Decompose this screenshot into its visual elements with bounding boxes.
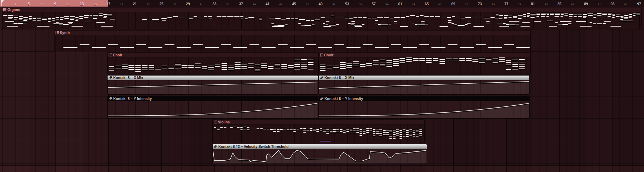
note-preview	[467, 23, 471, 24]
clip-body[interactable]	[213, 149, 427, 163]
note-preview	[29, 16, 32, 17]
automation-curve[interactable]	[108, 101, 318, 118]
note-preview	[419, 129, 422, 130]
note-preview	[14, 16, 18, 16]
note-preview	[393, 130, 396, 131]
note-preview	[366, 63, 372, 64]
note-preview	[413, 60, 419, 61]
automation-clip-5[interactable]: Kontakt 8 – X Mix	[318, 75, 530, 95]
note-preview	[415, 24, 418, 25]
note-preview	[109, 68, 114, 68]
note-preview	[63, 24, 69, 25]
automation-clip-7[interactable]: Kontakt 8 – Y Intensity	[318, 96, 530, 118]
automation-curve[interactable]	[108, 80, 318, 94]
note-preview	[277, 131, 280, 132]
note-preview	[278, 44, 288, 45]
note-preview	[413, 130, 415, 131]
clip-body[interactable]	[319, 57, 530, 74]
note-preview	[396, 133, 399, 134]
note-preview	[304, 25, 311, 26]
clip-header[interactable]: Synth	[54, 30, 530, 35]
note-preview	[386, 131, 389, 131]
note-preview	[419, 135, 422, 136]
clip-header[interactable]: Kontakt 8 – X Mix	[108, 76, 318, 80]
pattern-clip-8[interactable]: Violins	[212, 120, 425, 143]
note-preview	[554, 16, 559, 17]
note-preview	[323, 26, 331, 27]
note-preview	[353, 131, 356, 131]
pattern-clip-0[interactable]: Organs	[2, 7, 642, 29]
note-preview	[326, 24, 328, 25]
clip-body[interactable]	[54, 35, 530, 52]
note-preview	[327, 66, 332, 66]
note-preview	[84, 17, 88, 18]
note-preview	[320, 70, 326, 71]
note-preview	[554, 13, 560, 13]
pattern-clip-3[interactable]: Choir	[318, 52, 531, 74]
clip-header[interactable]: Violins	[213, 120, 424, 124]
clip-body[interactable]	[108, 57, 318, 74]
automation-curve[interactable]	[319, 101, 529, 118]
note-preview	[353, 66, 359, 66]
bar-number: 57	[372, 2, 375, 6]
automation-curve[interactable]	[319, 80, 529, 94]
clip-body[interactable]	[319, 101, 529, 118]
note-preview	[280, 129, 283, 130]
playhead-marker[interactable]	[0, 0, 5, 7]
note-preview	[295, 18, 298, 19]
automation-clip-6[interactable]: Kontakt 8 – Y Intensity	[107, 96, 318, 118]
note-preview	[560, 13, 564, 13]
clip-body[interactable]	[213, 124, 424, 143]
note-preview	[346, 65, 352, 66]
note-preview	[536, 14, 540, 15]
automation-curve[interactable]	[213, 149, 427, 163]
note-preview	[519, 62, 525, 62]
note-preview	[406, 136, 409, 137]
bar-number: 3	[15, 3, 16, 6]
note-preview	[401, 17, 405, 18]
automation-clip-9[interactable]: Kontakt 8 #2 – Velocity Switch Threshold	[212, 144, 427, 164]
note-preview	[389, 24, 391, 24]
note-preview	[96, 22, 105, 23]
note-preview	[64, 16, 69, 17]
note-preview	[363, 129, 366, 129]
note-preview	[534, 21, 541, 22]
clip-header[interactable]: Choir	[319, 53, 530, 57]
note-preview	[486, 21, 490, 22]
note-preview	[33, 18, 36, 19]
clip-body[interactable]	[108, 80, 318, 94]
timeline-ruler[interactable]: 3579111315171921232527293133353739414345…	[0, 0, 644, 7]
note-preview	[509, 21, 519, 22]
note-preview	[430, 16, 435, 17]
note-preview	[560, 16, 563, 17]
note-preview	[294, 66, 300, 67]
note-preview	[486, 61, 491, 61]
bar-number: 39	[253, 3, 256, 6]
note-preview	[222, 69, 227, 70]
note-preview	[608, 16, 611, 17]
clip-body[interactable]	[319, 80, 529, 94]
note-preview	[360, 66, 366, 67]
clip-header[interactable]: Kontakt 8 – Y Intensity	[108, 96, 318, 101]
clip-body[interactable]	[2, 12, 641, 29]
clip-header[interactable]: Choir	[108, 53, 318, 57]
note-preview	[320, 66, 326, 67]
note-preview	[283, 129, 286, 129]
clip-name-label: Synth	[60, 31, 70, 35]
clip-header[interactable]: Kontakt 8 – X Mix	[319, 76, 529, 80]
pattern-clip-2[interactable]: Choir	[107, 52, 318, 74]
note-preview	[426, 62, 432, 63]
note-preview	[326, 17, 330, 17]
note-preview	[250, 128, 253, 128]
pattern-clip-1[interactable]: Synth	[54, 30, 531, 52]
automation-clip-4[interactable]: Kontakt 8 – X Mix	[107, 75, 318, 95]
note-preview	[215, 65, 220, 65]
clip-header[interactable]: Organs	[2, 7, 641, 12]
note-preview	[506, 60, 511, 61]
clip-body[interactable]	[108, 101, 318, 118]
note-preview	[182, 67, 187, 68]
clip-header[interactable]: Kontakt 8 – Y Intensity	[319, 96, 529, 101]
clip-header[interactable]: Kontakt 8 #2 – Velocity Switch Threshold	[213, 144, 427, 149]
note-preview	[410, 15, 415, 16]
automation-link-icon	[109, 97, 112, 100]
